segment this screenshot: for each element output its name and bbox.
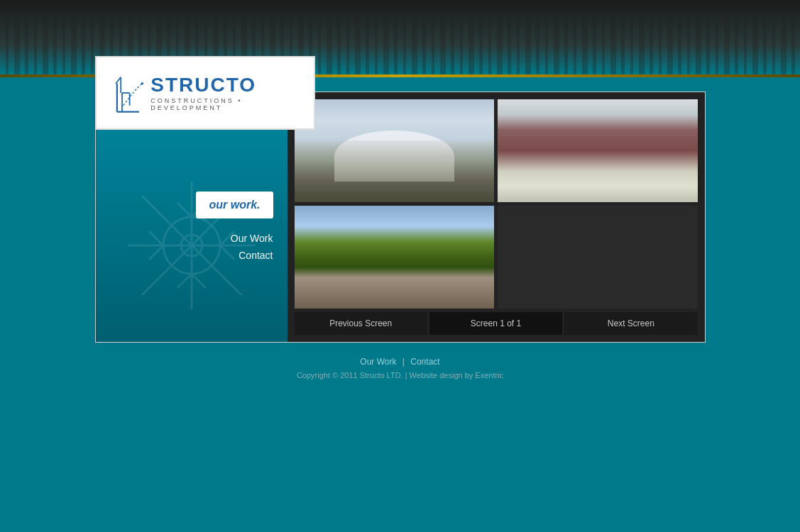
photo-cell-2[interactable] — [498, 99, 698, 202]
content-area: Previous Screen Screen 1 of 1 Next Scree… — [287, 92, 705, 342]
logo-area: STRUCTO CONSTRUCTIONS • DEVELOPMENT — [95, 56, 315, 130]
card-wrapper: STRUCTO CONSTRUCTIONS • DEVELOPMENT — [95, 92, 706, 343]
sidebar-item-contact[interactable]: Contact — [96, 250, 273, 261]
our-work-badge-label: our work. — [209, 199, 260, 211]
our-work-badge: our work. — [196, 192, 273, 218]
next-screen-button[interactable]: Next Screen — [564, 312, 697, 335]
svg-point-7 — [141, 82, 143, 85]
sidebar-item-our-work[interactable]: Our Work — [96, 233, 273, 244]
page-footer: Our Work | Contact Copyright © 2011 Stru… — [0, 343, 800, 387]
footer-link-contact[interactable]: Contact — [410, 357, 439, 367]
photo-grid — [295, 99, 698, 309]
photo-cell-3[interactable] — [295, 206, 495, 309]
prev-screen-button[interactable]: Previous Screen — [295, 312, 427, 335]
logo-brand: STRUCTO — [150, 75, 299, 95]
logo-text-group: STRUCTO CONSTRUCTIONS • DEVELOPMENT — [150, 75, 299, 111]
screen-indicator: Screen 1 of 1 — [429, 312, 562, 335]
footer-link-our-work[interactable]: Our Work — [360, 357, 396, 367]
logo-container: STRUCTO CONSTRUCTIONS • DEVELOPMENT — [111, 68, 300, 118]
footer-copyright: Copyright © 2011 Structo LTD. | Website … — [0, 371, 800, 379]
main-body: STRUCTO CONSTRUCTIONS • DEVELOPMENT — [0, 77, 800, 387]
gallery-navigation: Previous Screen Screen 1 of 1 Next Scree… — [295, 312, 698, 335]
photo-cell-4 — [498, 206, 698, 309]
logo-subtitle: CONSTRUCTIONS • DEVELOPMENT — [150, 97, 299, 111]
logo-icon — [111, 68, 146, 118]
svg-line-16 — [177, 274, 192, 288]
sidebar-nav: our work. Our Work Contact — [96, 192, 287, 261]
footer-separator: | — [402, 357, 405, 367]
footer-links: Our Work | Contact — [0, 357, 800, 367]
photo-cell-1[interactable] — [295, 99, 495, 202]
svg-line-5 — [116, 77, 121, 84]
svg-line-17 — [192, 274, 206, 288]
